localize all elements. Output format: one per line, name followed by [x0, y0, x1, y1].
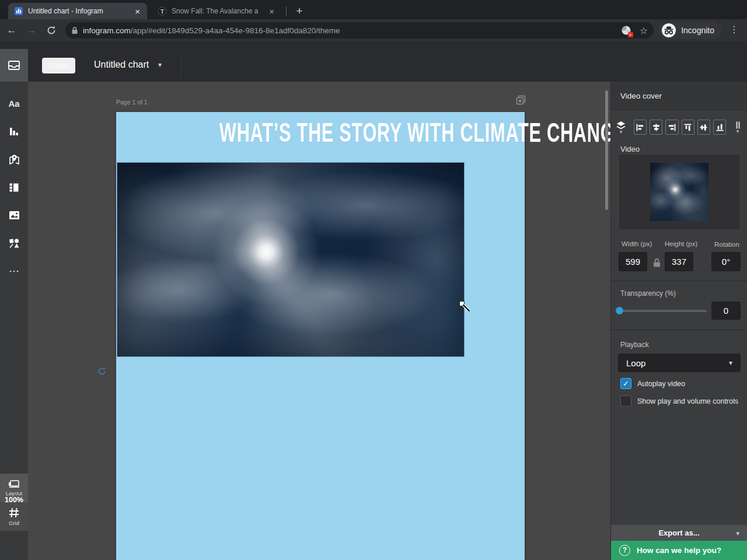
browser-menu-icon[interactable]: ⋮: [729, 24, 739, 35]
tab-title: Untitled chart - Infogram: [28, 7, 129, 15]
tab-separator: [286, 6, 287, 16]
playback-dropdown[interactable]: Loop ▾: [618, 354, 741, 372]
sidebar-item-more[interactable]: ⋯: [0, 257, 28, 285]
show-controls-checkbox[interactable]: [620, 396, 631, 407]
video-thumbnail-box: [619, 155, 739, 229]
width-input[interactable]: [619, 252, 647, 271]
url-path: /app/#edit/1849d529-a4aa-454e-9816-8e1ad…: [131, 26, 340, 35]
new-tab-button[interactable]: +: [292, 4, 307, 19]
align-left-button[interactable]: [634, 120, 647, 135]
extension-badge: ×: [628, 32, 633, 37]
video-element[interactable]: [117, 162, 465, 357]
image-icon: [9, 211, 20, 220]
lock-ratio-icon[interactable]: [652, 258, 661, 268]
url-domain: infogram.com: [83, 26, 131, 35]
layout-columns-icon: [9, 183, 19, 192]
video-thumbnail[interactable]: [650, 163, 708, 221]
document-title[interactable]: Untitled chart: [94, 60, 149, 70]
tab-close-icon[interactable]: ×: [134, 6, 141, 16]
align-right-icon: [668, 124, 676, 131]
sidebar-item-shapes[interactable]: [0, 229, 28, 257]
resize-cursor-icon: [461, 303, 472, 313]
bar-chart-icon: [9, 127, 19, 136]
hurricane-video-frame: [117, 163, 464, 356]
chevron-down-icon: ▾: [620, 130, 623, 134]
tab-snow-fall[interactable]: T Snow Fall: The Avalanche a ×: [152, 3, 281, 19]
align-top-icon: [684, 124, 692, 131]
incognito-label: Incognito: [681, 26, 714, 35]
public-button[interactable]: Public: [42, 58, 75, 74]
autoplay-checkbox[interactable]: ✓: [620, 378, 631, 389]
show-controls-row[interactable]: Show play and volume controls: [620, 396, 738, 407]
tab-untitled-chart[interactable]: Untitled chart - Infogram ×: [8, 3, 147, 19]
app-header: Public Untitled chart ▾ All changes sync…: [0, 41, 747, 82]
help-question-icon: ?: [619, 545, 630, 556]
chevron-down-icon: ▾: [736, 130, 739, 133]
transparency-slider-thumb[interactable]: [616, 307, 623, 314]
align-right-button[interactable]: [665, 120, 678, 135]
poster-title[interactable]: WHAT’S THE STORY WITH CLIMATE CHANGE?: [116, 117, 525, 148]
transparency-slider-track[interactable]: [618, 310, 707, 312]
divider: [611, 281, 747, 281]
help-button[interactable]: How can we help you?: [611, 541, 747, 560]
workspace-scrollbar[interactable]: [605, 90, 608, 210]
rotation-input[interactable]: [711, 252, 741, 271]
lock-icon: [71, 26, 78, 34]
grid-button[interactable]: Grid: [0, 502, 28, 531]
url-text: infogram.com/app/#edit/1849d529-a4aa-454…: [83, 26, 621, 35]
width-label: Width (px): [622, 240, 652, 247]
height-input[interactable]: [665, 252, 693, 271]
screen: Untitled chart - Infogram × T Snow Fall:…: [0, 0, 747, 560]
align-middle-button[interactable]: [697, 120, 710, 135]
align-center-icon: [652, 124, 660, 131]
text-icon: Aa: [8, 99, 19, 108]
url-bar[interactable]: infogram.com/app/#edit/1849d529-a4aa-454…: [65, 22, 654, 38]
sidebar-item-text[interactable]: Aa: [0, 89, 28, 117]
autoplay-row[interactable]: ✓ Autoplay video: [620, 378, 685, 389]
reload-icon[interactable]: [43, 25, 60, 36]
workspace: Page 1 of 1 WHAT’S THE STORY WITH CLIMAT…: [28, 82, 610, 560]
align-bottom-button[interactable]: [713, 120, 726, 135]
export-as-button[interactable]: Export as...: [611, 525, 747, 541]
autoplay-label: Autoplay video: [637, 380, 685, 388]
align-center-button[interactable]: [650, 120, 662, 135]
settings-panel: Video cover ▾: [610, 82, 747, 560]
browser-toolbar: ← → infogram.com/app/#edit/1849d529-a4aa…: [0, 19, 747, 41]
rotate-handle-icon[interactable]: [97, 366, 107, 376]
export-caret-icon: ▾: [736, 530, 739, 537]
tab-close-icon[interactable]: ×: [268, 6, 275, 16]
shapes-icon: [9, 238, 20, 249]
incognito-badge: Incognito: [659, 22, 721, 39]
layers-icon: [616, 121, 626, 130]
sidebar-item-images[interactable]: [0, 201, 28, 229]
title-chevron-down-icon[interactable]: ▾: [158, 61, 162, 69]
sidebar-item-charts[interactable]: [0, 117, 28, 145]
incognito-icon: [661, 23, 676, 38]
distribute-button[interactable]: ▾: [731, 118, 744, 136]
canvas-page[interactable]: WHAT’S THE STORY WITH CLIMATE CHANGE?: [116, 112, 525, 560]
duplicate-page-icon[interactable]: [516, 95, 526, 105]
layer-order-button[interactable]: ▾: [615, 118, 627, 136]
extension-icon[interactable]: ×: [621, 25, 631, 36]
forward-icon[interactable]: →: [23, 24, 40, 36]
playback-value: Loop: [626, 358, 645, 368]
hurricane-thumbnail: [650, 163, 708, 221]
left-sidebar: Aa ⋯ Layout Grid 100%: [0, 49, 28, 560]
grid-icon: [9, 508, 19, 518]
back-icon[interactable]: ←: [4, 24, 20, 36]
media-library-icon: [8, 61, 20, 70]
transparency-input[interactable]: [711, 302, 741, 320]
align-middle-icon: [700, 124, 707, 131]
video-section-label: Video: [620, 145, 640, 153]
align-top-button[interactable]: [682, 120, 694, 135]
rotation-label: Rotation: [714, 241, 739, 248]
bookmark-star-icon[interactable]: ☆: [640, 25, 648, 36]
header-divider: [181, 54, 181, 76]
sidebar-item-layout-columns[interactable]: [0, 173, 28, 201]
align-bottom-icon: [716, 124, 724, 131]
zoom-level[interactable]: 100%: [0, 496, 28, 504]
tab-title: Snow Fall: The Avalanche a: [172, 7, 263, 15]
sidebar-item-media-library[interactable]: [0, 49, 28, 82]
arrange-toolbar: ▾ ▾: [615, 118, 744, 136]
sidebar-item-maps[interactable]: [0, 145, 28, 173]
